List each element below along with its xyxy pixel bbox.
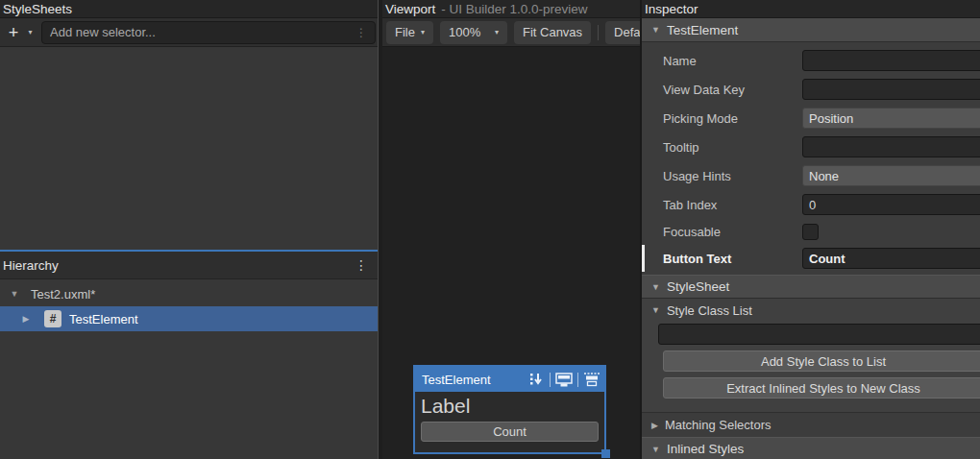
caret-down-icon: ▾ [495, 28, 499, 36]
caret-down-icon: ▾ [421, 28, 425, 36]
theme-dropdown[interactable]: Defa [605, 21, 640, 44]
element-foldout-label: TestElement [667, 23, 738, 37]
new-selector-input[interactable]: Add new selector... ⋮ [41, 21, 376, 44]
new-selector-placeholder: Add new selector... [50, 25, 355, 39]
canvas-margins-icon[interactable] [583, 373, 600, 387]
canvas-icon-separator [550, 373, 551, 387]
view-data-key-field[interactable] [802, 79, 980, 100]
hierarchy-menu-icon[interactable]: ⋮ [355, 257, 368, 273]
selector-options-icon[interactable]: ⋮ [355, 26, 367, 39]
canvas-match-window-icon[interactable] [555, 373, 573, 387]
ui-builder-window: StyleSheets + ▾ Add new selector... ⋮ Hi… [0, 0, 980, 459]
foldout-closed-icon[interactable]: ▶ [19, 314, 33, 324]
foldout-open-icon: ▼ [651, 445, 660, 454]
viewport-toolbar: File ▾ 100% ▾ Fit Canvas Defa [382, 18, 640, 47]
inspector-title: Inspector [642, 0, 980, 18]
stylesheets-toolbar: + ▾ Add new selector... ⋮ [0, 18, 378, 47]
attr-row-focusable: Focusable [642, 219, 980, 244]
fit-canvas-button[interactable]: Fit Canvas [514, 21, 591, 44]
canvas-resize-handle[interactable] [601, 449, 610, 458]
foldout-closed-icon: ▶ [651, 421, 658, 430]
add-style-class-button[interactable]: Add Style Class to List [663, 350, 980, 372]
file-menu-button[interactable]: File ▾ [386, 21, 433, 44]
focusable-checkbox[interactable] [802, 224, 819, 240]
inlined-styles-foldout-header[interactable]: ▼ Inlined Styles [642, 437, 980, 459]
element-type-icon: # [44, 310, 61, 327]
canvas-element-window[interactable]: TestElement [413, 365, 606, 454]
picking-mode-dropdown[interactable]: Position [802, 108, 980, 129]
stylesheet-foldout-header[interactable]: ▼ StyleSheet [642, 275, 980, 299]
element-foldout-header[interactable]: ▼ TestElement [642, 18, 980, 42]
stylesheets-hierarchy-panel: StyleSheets + ▾ Add new selector... ⋮ Hi… [0, 0, 378, 459]
attr-row-tooltip: Tooltip [642, 133, 980, 161]
viewport-title: Viewport [385, 2, 435, 16]
canvas-header-icons [529, 373, 600, 387]
attr-row-button-text: Button Text [642, 244, 980, 273]
viewport-title-bar: Viewport - UI Builder 1.0.0-preview [382, 0, 640, 18]
foldout-open-icon: ▼ [651, 25, 660, 35]
canvas-height-drag-icon[interactable] [529, 373, 545, 386]
foldout-open-icon[interactable]: ▼ [8, 289, 21, 299]
attr-row-usage-hints: Usage Hints None [642, 161, 980, 190]
add-selector-dropdown-caret-icon[interactable]: ▾ [23, 28, 37, 36]
hierarchy-header: Hierarchy ⋮ [0, 252, 378, 279]
canvas-element-body: Label Count [415, 392, 604, 442]
name-field[interactable] [802, 50, 980, 71]
document-name: Test2.uxml* [31, 287, 95, 302]
style-class-list-foldout[interactable]: ▼ Style Class List [642, 299, 980, 322]
add-selector-button[interactable]: + [4, 24, 23, 41]
viewport-subtitle: - UI Builder 1.0.0-preview [441, 2, 587, 16]
canvas-header[interactable]: TestElement [415, 367, 604, 392]
usage-hints-dropdown[interactable]: None [802, 165, 980, 186]
tab-index-field[interactable] [802, 194, 980, 215]
zoom-dropdown[interactable]: 100% ▾ [440, 21, 507, 44]
attr-row-name: Name [642, 46, 980, 75]
attr-row-tab-index: Tab Index [642, 190, 980, 219]
viewport-panel: Viewport - UI Builder 1.0.0-preview File… [382, 0, 640, 459]
canvas-icon-separator [577, 373, 578, 387]
attr-row-view-data-key: View Data Key [642, 75, 980, 104]
attr-row-picking-mode: Picking Mode Position [642, 104, 980, 133]
tooltip-field[interactable] [802, 136, 980, 157]
hierarchy-row-document[interactable]: ▼ Test2.uxml* [0, 281, 378, 306]
attribute-rows: Name View Data Key Picking Mode Position… [642, 42, 980, 275]
foldout-open-icon: ▼ [651, 305, 660, 315]
foldout-open-icon: ▼ [651, 282, 660, 292]
matching-selectors-foldout[interactable]: ▶ Matching Selectors [642, 412, 980, 437]
hierarchy-tree: ▼ Test2.uxml* ▶ # TestElement [0, 281, 378, 331]
extract-inlined-styles-button[interactable]: Extract Inlined Styles to New Class [663, 377, 980, 399]
override-indicator [642, 245, 645, 272]
canvas-header-title: TestElement [422, 373, 529, 387]
toolbar-separator [598, 25, 599, 40]
style-class-list-section: ▼ Style Class List Add Style Class to Li… [642, 299, 980, 412]
button-text-field[interactable] [802, 248, 980, 269]
inspector-panel: Inspector ▼ TestElement Name View Data K… [642, 0, 980, 459]
hierarchy-row-testelement[interactable]: ▶ # TestElement [0, 306, 378, 331]
style-class-input[interactable] [658, 324, 980, 345]
element-name: TestElement [69, 312, 138, 326]
stylesheets-panel-title: StyleSheets [0, 0, 378, 18]
hierarchy-title: Hierarchy [3, 258, 59, 273]
preview-count-button[interactable]: Count [421, 422, 599, 442]
preview-label: Label [421, 394, 599, 419]
